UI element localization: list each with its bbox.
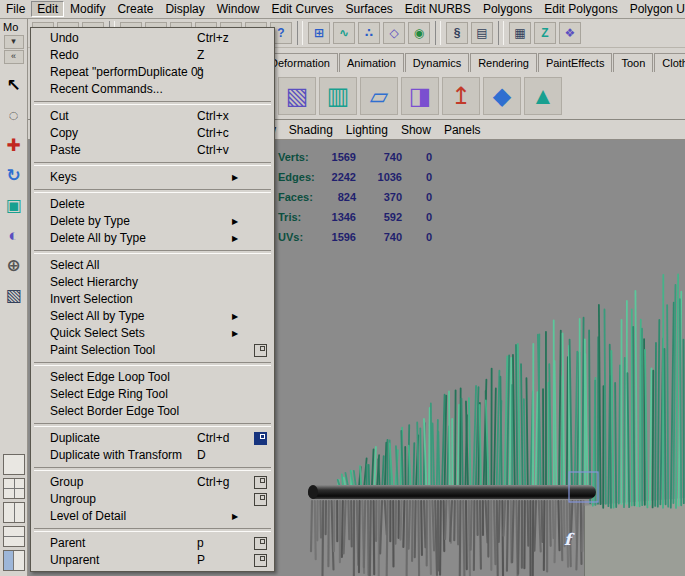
menu-edit-polygons[interactable]: Edit Polygons xyxy=(538,1,623,17)
menu-item-label: Undo xyxy=(50,30,273,47)
menu-item-select-all-by-type[interactable]: Select All by Type▶ xyxy=(32,308,273,325)
panel-menu-lighting[interactable]: Lighting xyxy=(346,123,388,137)
extract-icon[interactable]: ▱ xyxy=(360,77,398,115)
option-box-icon[interactable] xyxy=(254,554,267,567)
hud-value: 1346 xyxy=(320,211,356,223)
hud-value: 1596 xyxy=(320,231,356,243)
layout-four-pane-button[interactable] xyxy=(3,478,25,499)
menu-item-repeat-performduplicate-0[interactable]: Repeat "performDuplicate 0"g xyxy=(32,64,273,81)
combine-icon[interactable]: ▥ xyxy=(319,77,357,115)
layout-single-pane-button[interactable] xyxy=(3,454,25,475)
shelf-tab-rendering[interactable]: Rendering xyxy=(470,53,537,72)
submenu-arrow-icon: ▶ xyxy=(232,308,238,325)
menu-item-delete-all-by-type[interactable]: Delete All by Type▶ xyxy=(32,230,273,247)
menu-item-paint-selection-tool[interactable]: Paint Selection Tool xyxy=(32,342,273,359)
menu-item-cut[interactable]: CutCtrl+x xyxy=(32,108,273,125)
wedge-icon[interactable]: ▲ xyxy=(524,77,562,115)
option-box-icon[interactable] xyxy=(254,432,267,445)
menu-surfaces[interactable]: Surfaces xyxy=(339,1,398,17)
list-input-icon[interactable]: ▤ xyxy=(471,22,493,44)
menu-file[interactable]: File xyxy=(0,1,31,17)
rotate-tool-icon[interactable]: ↻ xyxy=(2,162,26,188)
shelf-tab-animation[interactable]: Animation xyxy=(339,53,404,72)
layout-two-horizontal-button[interactable] xyxy=(3,526,25,547)
menu-set-selector[interactable]: Mo xyxy=(0,18,27,34)
shelf-tab-dynamics[interactable]: Dynamics xyxy=(405,53,469,72)
menu-edit[interactable]: Edit xyxy=(31,1,64,17)
last-tool-icon[interactable]: ▧ xyxy=(2,282,26,308)
menu-item-delete-by-type[interactable]: Delete by Type▶ xyxy=(32,213,273,230)
construction-history-icon[interactable]: § xyxy=(446,22,468,44)
menu-item-duplicate[interactable]: DuplicateCtrl+d xyxy=(32,430,273,447)
shelf-tab-cloth[interactable]: Cloth xyxy=(654,53,685,72)
toolbox-mini-buttons: ▾« xyxy=(0,35,27,64)
menu-polygon-uvs[interactable]: Polygon UVs xyxy=(624,1,685,17)
poly-cube-icon[interactable]: ▧ xyxy=(278,77,316,115)
soft-mod-tool-icon[interactable]: ◐ xyxy=(2,222,26,248)
menu-item-quick-select-sets[interactable]: Quick Select Sets▶ xyxy=(32,325,273,342)
menu-polygons[interactable]: Polygons xyxy=(477,1,538,17)
menu-item-unparent[interactable]: UnparentP xyxy=(32,552,273,569)
separate-icon[interactable]: ◨ xyxy=(401,77,439,115)
menu-item-delete[interactable]: Delete xyxy=(32,196,273,213)
menu-item-group[interactable]: GroupCtrl+g xyxy=(32,474,273,491)
snap-grid-icon[interactable]: ⊞ xyxy=(308,22,330,44)
menu-edit-curves[interactable]: Edit Curves xyxy=(265,1,339,17)
option-box-icon[interactable] xyxy=(254,493,267,506)
shelf-cycle-button[interactable]: « xyxy=(4,50,24,64)
option-box-icon[interactable] xyxy=(254,537,267,550)
panel-menu-panels[interactable]: Panels xyxy=(444,123,481,137)
bevel-icon[interactable]: ◆ xyxy=(483,77,521,115)
render-globals-icon[interactable]: ❖ xyxy=(559,22,581,44)
menu-edit-nurbs[interactable]: Edit NURBS xyxy=(399,1,477,17)
panel-menu-shading[interactable]: Shading xyxy=(289,123,333,137)
menu-item-paste[interactable]: PasteCtrl+v xyxy=(32,142,273,159)
scale-tool-icon[interactable]: ▣ xyxy=(2,192,26,218)
cylinder-rod[interactable] xyxy=(308,485,596,499)
render-frame-icon[interactable]: ▦ xyxy=(509,22,531,44)
snap-point-icon[interactable]: ∴ xyxy=(358,22,380,44)
extrude-icon[interactable]: ↥ xyxy=(442,77,480,115)
menu-item-select-hierarchy[interactable]: Select Hierarchy xyxy=(32,274,273,291)
select-tool-icon[interactable]: ↖ xyxy=(2,72,26,98)
menu-item-ungroup[interactable]: Ungroup xyxy=(32,491,273,508)
move-tool-icon[interactable]: ✚ xyxy=(2,132,26,158)
menu-item-select-edge-loop-tool[interactable]: Select Edge Loop Tool xyxy=(32,369,273,386)
option-box-icon[interactable] xyxy=(254,344,267,357)
menu-item-parent[interactable]: Parentp xyxy=(32,535,273,552)
option-box-inner xyxy=(260,434,265,439)
layout-persp-outliner-button[interactable] xyxy=(3,550,25,571)
option-box-icon[interactable] xyxy=(254,476,267,489)
shelf-tab-painteffects[interactable]: PaintEffects xyxy=(538,53,613,72)
layout-shortcut-buttons xyxy=(0,451,28,574)
menu-item-recent-commands[interactable]: Recent Commands... xyxy=(32,81,273,98)
menu-item-select-edge-ring-tool[interactable]: Select Edge Ring Tool xyxy=(32,386,273,403)
show-manipulator-tool-icon[interactable]: ⊕ xyxy=(2,252,26,278)
make-live-icon[interactable]: ◉ xyxy=(408,22,430,44)
fur-strands[interactable] xyxy=(338,274,684,508)
menu-item-copy[interactable]: CopyCtrl+c xyxy=(32,125,273,142)
lasso-tool-icon[interactable]: ◌ xyxy=(2,102,26,128)
snap-view-plane-icon[interactable]: ◇ xyxy=(383,22,405,44)
ipr-render-icon[interactable]: Z xyxy=(534,22,556,44)
menu-display[interactable]: Display xyxy=(159,1,210,17)
menu-item-label: Select All xyxy=(50,257,273,274)
menu-item-level-of-detail[interactable]: Level of Detail▶ xyxy=(32,508,273,525)
layout-two-vertical-button[interactable] xyxy=(3,502,25,523)
menu-item-select-border-edge-tool[interactable]: Select Border Edge Tool xyxy=(32,403,273,420)
menu-item-label: Copy xyxy=(50,125,273,142)
menu-item-redo[interactable]: RedoZ xyxy=(32,47,273,64)
snap-curve-icon[interactable]: ∿ xyxy=(333,22,355,44)
menu-item-keys[interactable]: Keys▶ xyxy=(32,169,273,186)
menu-create[interactable]: Create xyxy=(111,1,159,17)
menu-modify[interactable]: Modify xyxy=(64,1,111,17)
menu-set-selector-button[interactable]: ▾ xyxy=(4,35,24,49)
menu-item-undo[interactable]: UndoCtrl+z xyxy=(32,30,273,47)
menu-item-duplicate-with-transform[interactable]: Duplicate with TransformD xyxy=(32,447,273,464)
menu-item-shortcut: D xyxy=(197,447,206,464)
menu-item-select-all[interactable]: Select All xyxy=(32,257,273,274)
menu-item-invert-selection[interactable]: Invert Selection xyxy=(32,291,273,308)
shelf-tab-toon[interactable]: Toon xyxy=(613,53,653,72)
panel-menu-show[interactable]: Show xyxy=(401,123,431,137)
menu-window[interactable]: Window xyxy=(211,1,266,17)
